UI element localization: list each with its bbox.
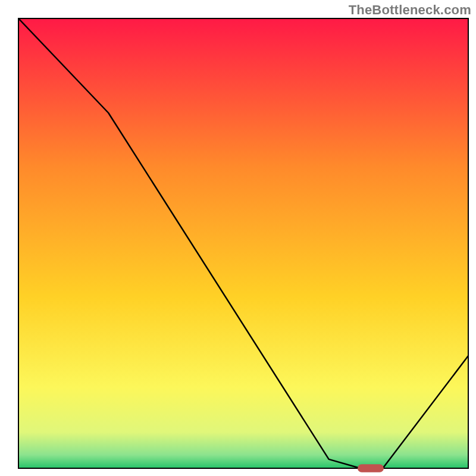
bottleneck-chart — [0, 0, 476, 476]
bottleneck-marker — [358, 464, 384, 472]
gradient-backdrop — [18, 18, 468, 468]
figure-root: TheBottleneck.com — [0, 0, 476, 476]
